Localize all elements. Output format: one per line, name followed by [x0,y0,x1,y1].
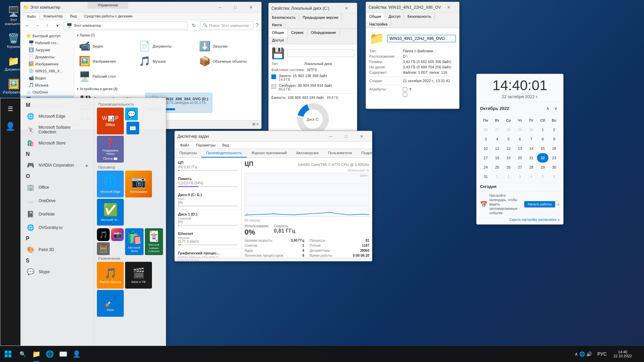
tm-disk0-item[interactable]: Диск 0 (C: E:) SSD 0% [175,190,241,209]
cal-11[interactable]: 11 [491,144,503,153]
app-solitaire[interactable]: 🃏 Microsoft Solitaire Collection [20,123,94,136]
task-mgr-menu-file[interactable]: Файл [177,142,192,148]
taskbar-mail[interactable]: ✉️ [56,346,70,362]
sidebar-win10[interactable]: 💿 WIN10_X86_X... [20,67,74,74]
folder-tab-access[interactable]: Доступ [385,13,404,20]
cal-7[interactable]: 7 [526,134,537,144]
taskbar-edge[interactable]: 🌐 [43,346,56,362]
cal-21[interactable]: 21 [526,153,537,163]
taskbar-explorer[interactable]: 📁 [30,346,43,362]
cal-28[interactable]: 28 [503,125,514,134]
show-desktop-btn[interactable] [636,346,644,362]
folder-name-input[interactable] [387,35,456,42]
sidebar-desktop[interactable]: 🖥️ Рабочий сто... [20,39,74,46]
tile-ms-store-big[interactable]: 🛍️ Microsoft Store [125,228,144,255]
address-bar[interactable]: 🖥️ Этот компьютер › [63,21,188,29]
folder-music[interactable]: 🎵 Музыка [137,54,196,68]
task-mgr-close[interactable]: ✕ [354,131,369,142]
hide-schedule-link[interactable]: Скрыть настройку расписания ∨ [477,217,563,224]
folder-documents[interactable]: 📄 Документы [137,39,196,53]
cal-25[interactable]: 25 [491,163,503,172]
cal-29[interactable]: 29 [514,125,526,134]
sidebar-images[interactable]: 🖼️ Изображения [20,60,74,67]
tm-tab-users[interactable]: Пользователи [323,149,357,158]
view-icon-list[interactable]: ⊞ [252,122,255,126]
tm-disk1-item[interactable]: Диск 1 (D:) Сменный 0% [175,209,241,229]
fp-attr1-checkbox[interactable] [403,87,407,92]
cal-12[interactable]: 12 [503,144,514,153]
cal-29b[interactable]: 29 [537,163,548,172]
calendar-prev[interactable]: ∧ [544,104,552,112]
tm-gpu-item[interactable]: Графический процес... NVIDIA GeForce GTX… [175,248,241,258]
tile-office[interactable]: W 📊 P Office [97,108,124,134]
folder-tab-general[interactable]: Общие [366,13,385,21]
cal-3[interactable]: 3 [480,134,491,144]
tile-ms-edge-2[interactable]: 🌐 Microsoft Edge [97,171,124,197]
fp-attr2-checkbox[interactable] [403,93,407,97]
cal-20[interactable]: 20 [514,153,526,163]
ribbon-tab-view[interactable]: Вид [67,13,80,20]
nav-up[interactable]: ↑ [43,21,51,29]
folder-images[interactable]: 🖼️ Изображения [77,54,136,68]
tile-support-yahoo[interactable]: ❓ Поддержка Yahoo Почта ✉️ [97,136,124,163]
app-ms-store[interactable]: 🛍️ Microsoft Store [20,136,94,150]
nav-back[interactable]: ← [23,21,31,29]
cal-22-today[interactable]: 22 [537,153,548,163]
disk-tab-hardware[interactable]: Оборудование [308,29,340,37]
tile-mail[interactable]: ✉️ [126,122,139,134]
sidebar-music[interactable]: 🎵 Музыка [20,81,74,88]
folder-props-close[interactable]: ✕ [441,2,457,13]
cal-28b[interactable]: 28 [526,163,537,172]
cal-23[interactable]: 23 [548,153,560,163]
start-work-button[interactable]: Начало работы [524,201,555,207]
folder-3d[interactable]: 📦 Объемные объекты [197,54,256,68]
tile-cinema[interactable]: 🎬 Кино и ТВ [125,262,152,289]
cal-26b[interactable]: 26 [503,163,514,172]
cal-30b[interactable]: 30 [548,163,560,172]
nav-recent[interactable]: ▾ [53,21,61,29]
tm-tab-details[interactable]: Подробности [357,149,372,158]
app-ovgorskiy[interactable]: 🌐 OVGorskiy.ru [20,221,94,234]
tile-photos[interactable]: 📷 Фотографии [125,171,152,197]
add-event-icon[interactable]: + [557,202,560,207]
taskbar-search[interactable]: 🔍 [16,346,30,362]
start-user-icon[interactable]: 👤 [2,118,18,134]
taskbar-clock[interactable]: 14:40 22.10.2022 [609,350,636,358]
tm-memory-item[interactable]: Память 1,2/3,5 ГБ (34%) [175,174,241,190]
explorer-maximize[interactable]: □ [228,2,243,13]
tile-yandex[interactable]: 🎵 Яндекс.Музыка [97,262,124,289]
folder-tab-settings[interactable]: Настройка [366,20,391,28]
cal-27[interactable]: 27 [491,125,503,134]
cal-16[interactable]: 16 [548,144,560,153]
cal-19[interactable]: 19 [503,153,514,163]
taskbar-user[interactable]: 👤 [70,346,83,362]
tray-chevron[interactable]: ∧ [575,351,578,357]
cal-13[interactable]: 13 [514,144,526,153]
cal-n2[interactable]: 2 [503,172,514,181]
calc-icon-tile[interactable]: 🧮 [97,242,110,255]
ribbon-tab-disk-tools[interactable]: Средства работы с дисками [81,13,136,20]
tm-cpu-item[interactable]: ЦП 0% 0,81 ГГц [175,158,241,174]
cal-27b[interactable]: 27 [514,163,526,172]
calendar-next[interactable]: ∨ [552,104,560,112]
sidebar-videos[interactable]: 📹 Видео [20,74,74,81]
disk-tab-general[interactable]: Общие [269,29,288,37]
cal-15[interactable]: 15 [537,144,548,153]
app-skype[interactable]: 💬 Skype [20,265,94,279]
app-paint3d[interactable]: 🎨 Paint 3D [20,243,94,256]
tile-ms-to[interactable]: ✅ Microsoft To... [97,199,124,226]
ribbon-tab-file[interactable]: Файл [23,13,40,20]
cal-n3[interactable]: 3 [514,172,526,181]
tm-tab-processes[interactable]: Процессы [175,149,201,158]
app-office[interactable]: 🏢 Office [20,181,94,194]
app-nvidia[interactable]: 🎮 NVIDIA Corporation ▶ [20,159,94,172]
cal-17[interactable]: 17 [480,153,491,163]
tile-paint[interactable]: 🖌️ Paint [97,290,124,317]
cal-6[interactable]: 6 [514,134,526,144]
tm-ethernet-item[interactable]: Ethernet Ethernet О: П: 0 кбит/с [175,229,241,248]
explorer-minimize[interactable]: ─ [212,2,228,13]
explorer-close[interactable]: ✕ [243,2,259,13]
cal-4[interactable]: 4 [491,134,503,144]
sidebar-downloads[interactable]: ⬇️ Загрузки [20,46,74,53]
cal-24[interactable]: 24 [480,163,491,172]
